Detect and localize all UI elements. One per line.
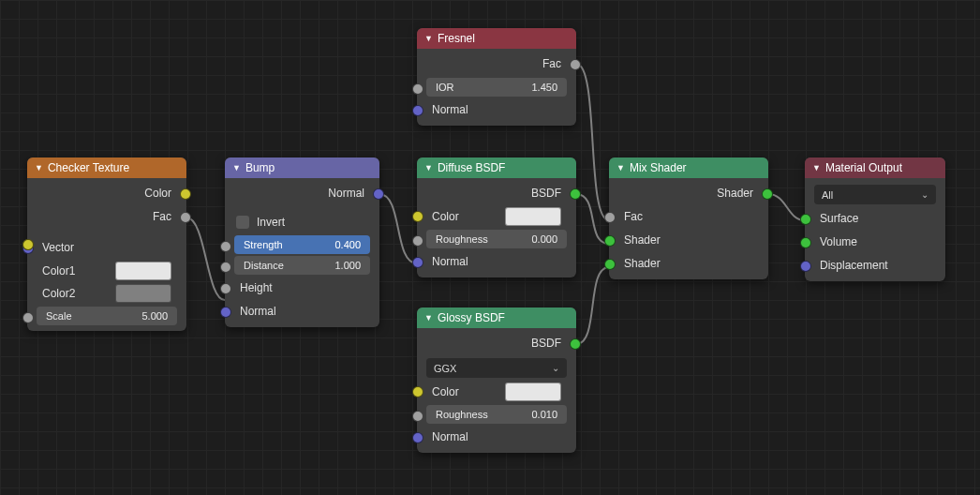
input-volume: Volume (805, 231, 945, 254)
input-normal: Normal (417, 250, 576, 274)
socket-in-strength[interactable] (220, 241, 231, 252)
socket-in-normal[interactable] (220, 307, 231, 318)
color1-swatch[interactable] (115, 262, 171, 280)
socket-in-normal[interactable] (412, 432, 423, 443)
input-shader-1: Shader (609, 229, 768, 252)
collapse-icon[interactable]: ▼ (232, 158, 241, 178)
socket-in-volume[interactable] (800, 237, 811, 248)
socket-in-surface[interactable] (800, 214, 811, 225)
node-header[interactable]: ▼Diffuse BSDF (417, 158, 576, 178)
node-title: Mix Shader (630, 158, 687, 178)
color2-swatch[interactable] (115, 284, 171, 303)
chevron-down-icon: ⌄ (921, 189, 928, 200)
collapse-icon[interactable]: ▼ (424, 28, 433, 49)
node-material-output[interactable]: ▼Material Output All⌄ Surface Volume Dis… (805, 158, 945, 281)
node-checker-texture[interactable]: ▼Checker Texture Color Fac Vector Color1… (27, 158, 186, 331)
color-swatch[interactable] (505, 207, 561, 226)
node-title: Glossy BSDF (438, 308, 505, 328)
node-fresnel[interactable]: ▼Fresnel Fac IOR1.450 Normal (417, 28, 576, 126)
node-title: Diffuse BSDF (438, 158, 505, 178)
field-distance[interactable]: Distance1.000 (234, 256, 370, 275)
input-normal: Normal (225, 300, 379, 323)
node-header[interactable]: ▼Fresnel (417, 28, 576, 49)
socket-in-roughness[interactable] (412, 411, 423, 422)
input-displacement: Displacement (805, 254, 945, 278)
node-title: Fresnel (438, 28, 475, 49)
field-ior[interactable]: IOR1.450 (426, 78, 567, 97)
socket-in-scale[interactable] (22, 312, 34, 323)
input-height: Height (225, 277, 379, 300)
node-title: Checker Texture (48, 158, 129, 178)
node-header[interactable]: ▼Material Output (805, 158, 945, 178)
checkbox-invert[interactable]: Invert (225, 211, 379, 233)
socket-out-color[interactable] (180, 188, 191, 200)
field-roughness[interactable]: Roughness0.010 (426, 405, 567, 424)
node-glossy-bsdf[interactable]: ▼Glossy BSDF BSDF GGX⌄ Color Roughness0.… (417, 308, 576, 453)
select-distribution[interactable]: GGX⌄ (426, 358, 567, 378)
collapse-icon[interactable]: ▼ (812, 158, 821, 178)
output-bsdf: BSDF (417, 182, 576, 205)
socket-in-height[interactable] (220, 283, 231, 294)
socket-in-normal[interactable] (412, 257, 423, 268)
output-normal: Normal (225, 182, 379, 205)
socket-out-bsdf[interactable] (570, 188, 581, 200)
socket-in-color[interactable] (412, 211, 423, 222)
select-target[interactable]: All⌄ (814, 185, 936, 204)
node-header[interactable]: ▼Checker Texture (27, 158, 186, 178)
socket-in-shader1[interactable] (604, 235, 616, 247)
collapse-icon[interactable]: ▼ (424, 158, 433, 178)
input-color: Color (417, 381, 576, 403)
socket-in-color[interactable] (412, 386, 423, 398)
socket-out-normal[interactable] (373, 188, 384, 200)
output-shader: Shader (609, 182, 768, 205)
output-fac: Fac (417, 52, 576, 76)
socket-in-shader2[interactable] (604, 259, 616, 270)
field-scale[interactable]: Scale5.000 (37, 307, 177, 325)
check-icon (236, 216, 249, 229)
collapse-icon[interactable]: ▼ (35, 158, 43, 178)
input-color1: Color1 (27, 260, 186, 282)
socket-in-displacement[interactable] (800, 261, 811, 272)
input-color: Color (417, 205, 576, 228)
chevron-down-icon: ⌄ (552, 363, 559, 373)
input-shader-2: Shader (609, 252, 768, 276)
socket-in-roughness[interactable] (412, 235, 423, 247)
input-fac: Fac (609, 205, 768, 229)
input-surface: Surface (805, 207, 945, 231)
input-vector: Vector (27, 236, 186, 260)
socket-in-distance[interactable] (220, 262, 231, 273)
output-color: Color (27, 182, 186, 205)
output-bsdf: BSDF (417, 332, 576, 355)
socket-out-fac[interactable] (180, 212, 191, 223)
input-normal: Normal (417, 426, 576, 449)
node-title: Bump (245, 158, 275, 178)
node-header[interactable]: ▼Mix Shader (609, 158, 768, 178)
socket-out-fac[interactable] (570, 59, 581, 70)
socket-in-fac[interactable] (604, 212, 616, 223)
node-header[interactable]: ▼Bump (225, 158, 379, 178)
color-swatch[interactable] (505, 382, 561, 401)
node-diffuse-bsdf[interactable]: ▼Diffuse BSDF BSDF Color Roughness0.000 … (417, 158, 576, 278)
node-bump[interactable]: ▼Bump Normal Invert Strength0.400 Distan… (225, 158, 379, 327)
field-strength[interactable]: Strength0.400 (234, 235, 370, 254)
node-header[interactable]: ▼Glossy BSDF (417, 308, 576, 328)
collapse-icon[interactable]: ▼ (616, 158, 625, 178)
socket-in-ior[interactable] (412, 83, 423, 95)
output-fac: Fac (27, 205, 186, 229)
socket-in-normal[interactable] (412, 105, 423, 116)
collapse-icon[interactable]: ▼ (424, 308, 433, 328)
socket-out-bsdf[interactable] (570, 338, 581, 350)
field-roughness[interactable]: Roughness0.000 (426, 230, 567, 248)
socket-out-shader[interactable] (762, 188, 773, 200)
socket-in-color2[interactable] (22, 239, 34, 250)
input-normal: Normal (417, 98, 576, 122)
node-title: Material Output (825, 158, 902, 178)
node-mix-shader[interactable]: ▼Mix Shader Shader Fac Shader Shader (609, 158, 768, 279)
input-color2: Color2 (27, 282, 186, 305)
